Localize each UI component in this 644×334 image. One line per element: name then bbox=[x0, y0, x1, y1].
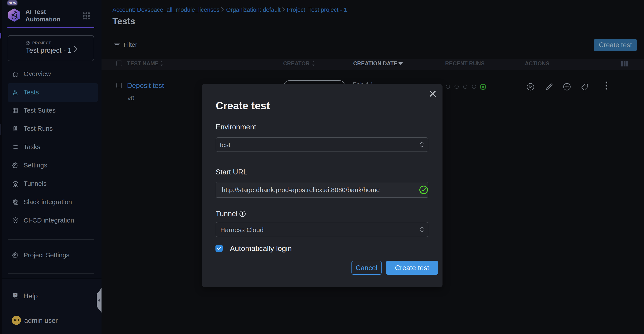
svg-text:?: ? bbox=[14, 293, 16, 297]
